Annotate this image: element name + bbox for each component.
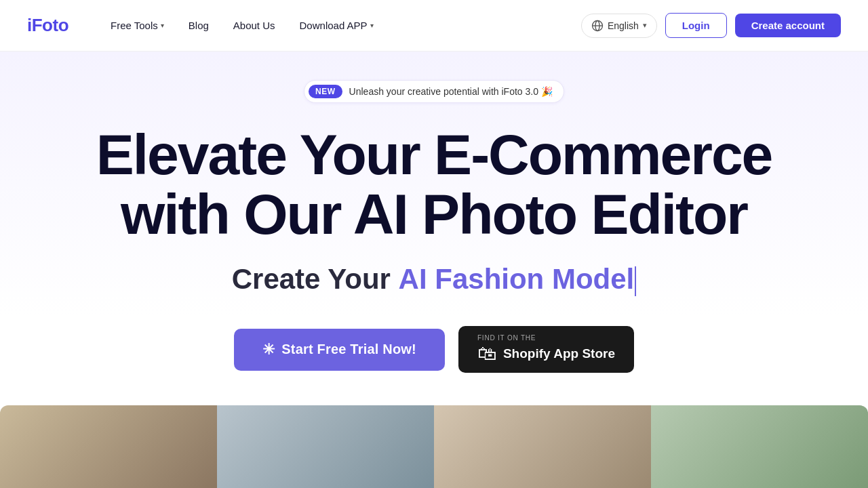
hero-title: Elevate Your E-Commerce with Our AI Phot… [96,125,772,244]
nav-free-tools[interactable]: Free Tools ▾ [101,14,174,37]
login-button[interactable]: Login [665,13,727,38]
start-trial-button[interactable]: ✳ Start Free Trial Now! [234,329,445,371]
chevron-down-icon: ▾ [370,22,374,29]
nav-right: English ▾ Login Create account [581,13,841,38]
new-announcement-banner[interactable]: NEW Unleash your creative potential with… [304,80,564,103]
nav-blog[interactable]: Blog [179,14,218,37]
shopify-store-label: Shopify App Store [503,346,615,361]
logo[interactable]: iFoto [27,15,68,36]
language-label: English [608,20,639,31]
spark-icon: ✳ [262,341,275,359]
language-selector[interactable]: English ▾ [581,14,657,38]
new-badge: NEW [309,85,342,98]
cursor [635,266,636,296]
navbar: iFoto Free Tools ▾ Blog About Us Downloa… [0,0,868,52]
chevron-down-icon: ▾ [643,21,647,30]
hero-subtitle: Create Your AI Fashion Model [232,263,637,296]
shopify-app-store-button[interactable]: FIND IT ON THE 🛍 Shopify App Store [458,326,634,373]
preview-image-3 [434,405,651,488]
hero-section: NEW Unleash your creative potential with… [0,52,868,488]
subtitle-highlight: AI Fashion Model [399,263,635,295]
preview-image-2 [217,405,434,488]
announcement-text: Unleash your creative potential with iFo… [349,86,553,97]
globe-icon [591,20,604,32]
shopify-main-row: 🛍 Shopify App Store [477,342,615,365]
preview-image-4 [651,405,868,488]
preview-image-1 [0,405,217,488]
shopify-logo-icon: 🛍 [477,342,496,365]
nav-about-us[interactable]: About Us [224,14,285,37]
image-strip [0,405,868,488]
create-account-button[interactable]: Create account [735,14,841,37]
shopify-find-text: FIND IT ON THE [477,334,536,342]
nav-links: Free Tools ▾ Blog About Us Download APP … [101,14,581,37]
chevron-down-icon: ▾ [161,22,164,29]
cta-row: ✳ Start Free Trial Now! FIND IT ON THE 🛍… [234,326,634,373]
nav-download-app[interactable]: Download APP ▾ [290,14,383,37]
